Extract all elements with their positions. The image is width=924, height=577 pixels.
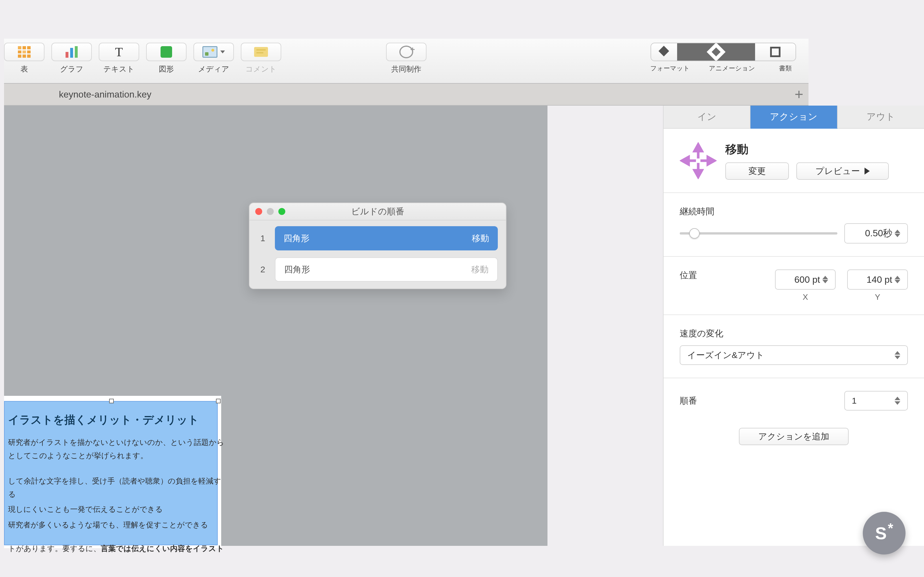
seg-format-label: フォーマット [641, 64, 699, 73]
table-icon [18, 46, 31, 58]
toolbar-text-label: テキスト [103, 64, 134, 74]
build-order-index: 1 [258, 234, 268, 243]
toolbar-collab-label: 共同制作 [391, 64, 421, 74]
slide-text-line: 研究者が多くいるような場でも、理解を促すことができる [8, 520, 208, 530]
chevron-updown-icon [895, 351, 900, 359]
add-tab-button[interactable]: + [795, 86, 803, 103]
build-order-row[interactable]: 2 四角形 移動 [258, 257, 498, 282]
seg-animation-label: アニメーション [699, 64, 765, 73]
toolbar-media[interactable]: メディア [194, 43, 234, 74]
build-action-name: 移動 [472, 232, 489, 244]
inspector-mode-segmented[interactable] [651, 43, 796, 61]
move-effect-icon [680, 142, 717, 179]
toolbar-comment-label: コメント [246, 64, 276, 74]
effect-name: 移動 [725, 141, 889, 157]
toolbar-shape[interactable]: 図形 [146, 43, 187, 74]
slide-text-line: 研究者がイラストを描かないといけないのか、という話題から [8, 437, 225, 448]
order-label: 順番 [680, 395, 697, 407]
duration-field[interactable]: 0.50秒 [844, 223, 908, 243]
toolbar-table[interactable]: 表 [4, 43, 44, 74]
window-close-icon[interactable] [255, 208, 262, 215]
animation-diamond-icon [707, 43, 725, 61]
position-y-field[interactable]: 140 pt [847, 269, 908, 290]
svg-marker-5 [682, 157, 689, 164]
badge-star: * [888, 520, 893, 536]
comment-icon [254, 47, 268, 57]
duration-stepper[interactable] [895, 225, 903, 242]
build-order-popover[interactable]: ビルドの順番 1 四角形 移動 2 四角形 移動 [249, 203, 506, 289]
badge-letter: S [875, 523, 887, 543]
media-icon [202, 46, 217, 58]
build-object-name: 四角形 [284, 264, 310, 276]
position-label: 位置 [680, 269, 697, 281]
inspector-tabs: イン アクション アウト [664, 106, 924, 129]
y-stepper[interactable] [895, 271, 903, 288]
build-order-index: 2 [258, 264, 268, 274]
seg-document-label: 書類 [765, 64, 806, 73]
inspector-panel: イン アクション アウト 移動 変更 プレビュー [663, 106, 924, 546]
popover-title: ビルドの順番 [249, 206, 506, 218]
tab-build-in[interactable]: イン [664, 106, 750, 129]
popover-titlebar[interactable]: ビルドの順番 [249, 203, 506, 221]
build-object-name: 四角形 [284, 232, 310, 244]
chevron-updown-icon [895, 397, 900, 405]
seg-animation[interactable] [677, 43, 755, 61]
tab-action[interactable]: アクション [750, 106, 837, 129]
position-x-field[interactable]: 600 pt [775, 269, 836, 290]
format-brush-icon [658, 46, 670, 58]
document-icon [770, 47, 780, 57]
svg-marker-1 [695, 144, 702, 151]
text-icon: T [115, 45, 123, 60]
add-action-button[interactable]: アクションを追加 [739, 428, 849, 445]
y-axis-label: Y [875, 293, 880, 302]
seg-document[interactable] [755, 43, 795, 61]
order-select[interactable]: 1 [844, 391, 908, 411]
duration-slider[interactable] [680, 232, 837, 235]
slide-text-line: して余計な文字を排し、受け手（読者や聴衆）の負担を軽減す [8, 476, 221, 486]
slide-heading: イラストを描くメリット・デメリット [8, 413, 199, 427]
build-action-name: 移動 [471, 264, 489, 276]
svg-marker-7 [708, 157, 714, 164]
x-axis-label: X [803, 293, 808, 302]
acceleration-select[interactable]: イーズイン&アウト [680, 345, 908, 365]
toolbar-text[interactable]: T テキスト [99, 43, 139, 74]
acceleration-label: 速度の変化 [680, 328, 908, 340]
preview-label: プレビュー [816, 165, 860, 177]
preview-button[interactable]: プレビュー [796, 163, 889, 180]
svg-marker-3 [695, 170, 702, 177]
document-filename: keynote-animation.key [59, 89, 151, 100]
selection-handle[interactable] [216, 399, 221, 403]
toolbar-collab[interactable]: 共同制作 [386, 43, 426, 74]
play-icon [864, 168, 870, 174]
toolbar-media-label: メディア [198, 64, 229, 74]
build-order-row[interactable]: 1 四角形 移動 [258, 226, 498, 250]
window-zoom-icon[interactable] [278, 208, 285, 215]
slide-text-line: としてこのようなことが挙げられます。 [8, 451, 148, 461]
duration-label: 継続時間 [680, 206, 908, 218]
slider-thumb[interactable] [689, 228, 699, 239]
seg-format[interactable] [651, 43, 677, 61]
document-tab-bar: keynote-animation.key + [4, 84, 809, 106]
x-stepper[interactable] [822, 271, 831, 288]
toolbar-chart[interactable]: グラフ [52, 43, 92, 74]
slide-text-line: 現しにくいことも一発で伝えることができる [8, 504, 163, 514]
collab-icon [399, 45, 413, 58]
toolbar-comment[interactable]: コメント [241, 43, 281, 74]
selection-handle[interactable] [109, 399, 114, 403]
main-toolbar: 表 グラフ T テキスト 図形 メディア コメント 共同制作 [4, 39, 809, 84]
shape-icon [160, 46, 172, 58]
toolbar-chart-label: グラフ [60, 64, 84, 74]
chevron-down-icon [220, 50, 225, 53]
chart-icon [66, 46, 78, 58]
slide-text-line: る [8, 489, 16, 500]
toolbar-table-label: 表 [21, 64, 28, 74]
window-minimize-icon[interactable] [267, 208, 274, 215]
toolbar-shape-label: 図形 [159, 64, 174, 74]
tab-build-out[interactable]: アウト [838, 106, 924, 129]
change-effect-button[interactable]: 変更 [725, 163, 789, 180]
app-badge[interactable]: S* [863, 512, 906, 554]
slide-text-line: トがあります。要するに、言葉では伝えにくい内容をイラスト [8, 543, 224, 554]
